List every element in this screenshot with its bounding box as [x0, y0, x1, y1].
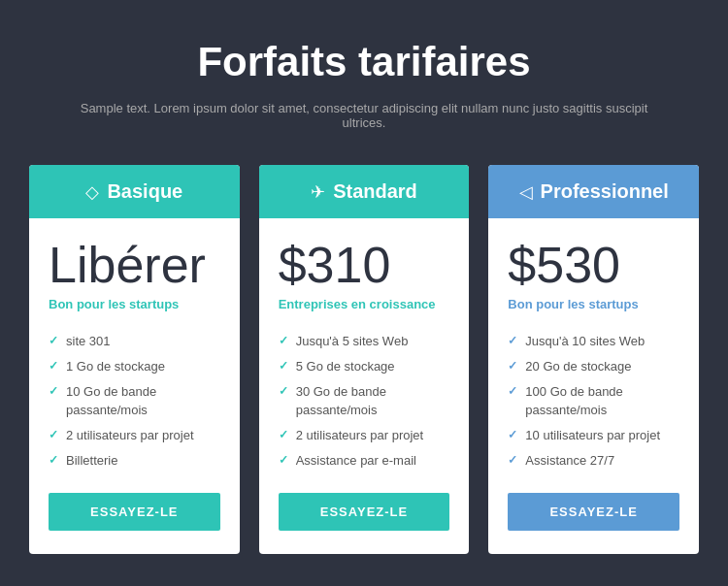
- card-basique-price: Libérer: [49, 238, 220, 293]
- card-professionnel-cta[interactable]: ESSAYEZ-LE: [508, 493, 679, 531]
- card-professionnel-price-subtitle: Bon pour les startups: [508, 297, 679, 313]
- card-basique-header: ◇ Basique: [29, 165, 240, 218]
- card-basique-title: Basique: [107, 180, 182, 203]
- card-basique-cta[interactable]: ESSAYEZ-LE: [49, 493, 220, 531]
- list-item: 10 utilisateurs par projet: [508, 423, 679, 448]
- list-item: Jusqu'à 5 sites Web: [279, 329, 450, 354]
- list-item: Assistance 27/7: [508, 448, 679, 473]
- card-professionnel-header: ◁ Professionnel: [488, 165, 699, 218]
- list-item: Assistance par e-mail: [279, 448, 450, 473]
- card-basique: ◇ Basique Libérer Bon pour les startups …: [29, 165, 240, 554]
- card-standard-features: Jusqu'à 5 sites Web 5 Go de stockage 30 …: [279, 329, 450, 473]
- diamond-icon: ◇: [85, 181, 99, 203]
- card-basique-price-subtitle: Bon pour les startups: [49, 297, 220, 313]
- card-standard-body: $310 Entreprises en croissance Jusqu'à 5…: [259, 218, 470, 554]
- card-professionnel-body: $530 Bon pour les startups Jusqu'à 10 si…: [488, 218, 699, 554]
- list-item: 30 Go de bande passante/mois: [279, 379, 450, 422]
- card-basique-body: Libérer Bon pour les startups site 301 1…: [29, 218, 240, 554]
- list-item: 2 utilisateurs par projet: [279, 423, 450, 448]
- list-item: site 301: [49, 329, 220, 354]
- card-standard-price-subtitle: Entreprises en croissance: [279, 297, 450, 313]
- card-standard-price: $310: [279, 238, 450, 293]
- list-item: 20 Go de stockage: [508, 354, 679, 379]
- card-professionnel-title: Professionnel: [541, 180, 669, 203]
- list-item: Jusqu'à 10 sites Web: [508, 329, 679, 354]
- list-item: 5 Go de stockage: [279, 354, 450, 379]
- pricing-cards: ◇ Basique Libérer Bon pour les startups …: [29, 165, 699, 554]
- plane-icon: ✈: [311, 181, 325, 203]
- list-item: 10 Go de bande passante/mois: [49, 379, 220, 422]
- page-title: Forfaits tarifaires: [197, 39, 530, 85]
- card-professionnel-features: Jusqu'à 10 sites Web 20 Go de stockage 1…: [508, 329, 679, 473]
- card-standard: ✈ Standard $310 Entreprises en croissanc…: [259, 165, 470, 554]
- card-standard-title: Standard: [333, 180, 417, 203]
- megaphone-icon: ◁: [519, 181, 533, 203]
- list-item: 2 utilisateurs par projet: [49, 423, 220, 448]
- list-item: 1 Go de stockage: [49, 354, 220, 379]
- list-item: 100 Go de bande passante/mois: [508, 379, 679, 422]
- list-item: Billetterie: [49, 448, 220, 473]
- card-standard-cta[interactable]: ESSAYEZ-LE: [279, 493, 450, 531]
- card-standard-header: ✈ Standard: [259, 165, 470, 218]
- page-subtitle: Sample text. Lorem ipsum dolor sit amet,…: [73, 101, 655, 130]
- card-basique-features: site 301 1 Go de stockage 10 Go de bande…: [49, 329, 220, 473]
- card-professionnel: ◁ Professionnel $530 Bon pour les startu…: [488, 165, 699, 554]
- card-professionnel-price: $530: [508, 238, 679, 293]
